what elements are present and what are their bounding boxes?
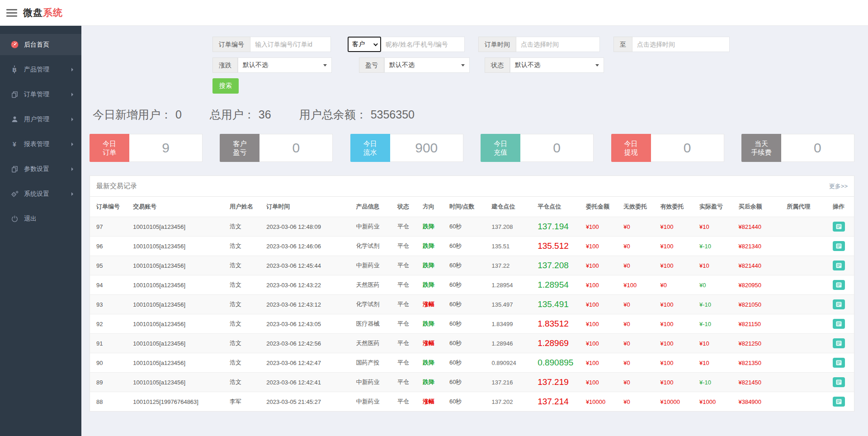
cell-open-point: 1.83499 bbox=[485, 314, 531, 334]
cell-open-point: 137.22 bbox=[485, 256, 531, 275]
column-header: 平仓点位 bbox=[531, 197, 580, 217]
sidebar-item-system[interactable]: 系统设置 bbox=[0, 183, 81, 204]
cell-username: 浩文 bbox=[223, 373, 260, 392]
stat-card-value: 9 bbox=[129, 134, 203, 162]
cell-status: 平仓 bbox=[391, 392, 416, 412]
logo-text-primary: 微盘 bbox=[23, 7, 43, 18]
cell-actual-pnl: ¥10 bbox=[693, 217, 732, 237]
cell-account: 10010105[a123456] bbox=[127, 295, 223, 314]
svg-text:B: B bbox=[12, 66, 17, 73]
stat-card-today-deposit: 今日充值 0 bbox=[481, 134, 594, 162]
cell-order-id: 94 bbox=[90, 275, 127, 295]
time-to-input[interactable] bbox=[632, 37, 730, 52]
cell-agent bbox=[780, 353, 826, 373]
column-header: 时间/点数 bbox=[443, 197, 486, 217]
cell-actual-pnl: ¥1000 bbox=[693, 392, 732, 412]
column-header: 实际盈亏 bbox=[693, 197, 732, 217]
sidebar-item-orders[interactable]: 订单管理 bbox=[0, 84, 81, 105]
caret-down-icon bbox=[595, 64, 599, 66]
column-header: 委托金额 bbox=[580, 197, 617, 217]
stat-card-label: 当天手续费 bbox=[741, 134, 781, 162]
cell-valid-amount: ¥100 bbox=[654, 353, 693, 373]
cell-account: 10010105[a123456] bbox=[127, 256, 223, 275]
cell-open-point: 137.202 bbox=[485, 392, 531, 412]
cell-invalid-amount: ¥0 bbox=[617, 334, 654, 353]
order-detail-button[interactable] bbox=[833, 397, 845, 407]
cell-period: 60秒 bbox=[443, 217, 486, 237]
order-no-input[interactable] bbox=[250, 37, 331, 52]
order-detail-button[interactable] bbox=[833, 338, 845, 348]
stat-cards: 今日订单 9 客户盈亏 0 今日流水 900 今日充值 0 今日提现 0 当天手… bbox=[90, 134, 854, 162]
sidebar-item-params[interactable]: 参数设置 bbox=[0, 158, 81, 180]
customer-type-select[interactable]: 客户 bbox=[348, 37, 381, 52]
profit-select[interactable]: 默认不选 bbox=[384, 57, 470, 73]
cell-action bbox=[826, 256, 854, 275]
cell-agent bbox=[780, 295, 826, 314]
sidebar-item-logout[interactable]: 退出 bbox=[0, 208, 81, 229]
stat-card-today-flow: 今日流水 900 bbox=[350, 134, 463, 162]
copy-icon bbox=[10, 91, 19, 98]
sidebar-item-label: 用户管理 bbox=[24, 115, 71, 123]
column-header: 操作 bbox=[826, 197, 854, 217]
search-button[interactable]: 搜索 bbox=[212, 78, 239, 94]
cell-order-time: 2023-03-06 12:45:44 bbox=[260, 256, 349, 275]
cell-close-point: 137.214 bbox=[531, 392, 580, 412]
sidebar-item-label: 订单管理 bbox=[24, 90, 71, 99]
cell-amount: ¥100 bbox=[580, 373, 617, 392]
order-detail-button[interactable] bbox=[833, 222, 845, 232]
sidebar-item-products[interactable]: B 产品管理 bbox=[0, 59, 81, 80]
order-detail-button[interactable] bbox=[833, 358, 845, 368]
table-row: 8910010105[a123456]浩文2023-03-06 12:42:41… bbox=[90, 373, 854, 392]
stat-card-value: 0 bbox=[259, 134, 333, 162]
cell-direction: 跌降 bbox=[416, 237, 443, 256]
sidebar-item-dashboard[interactable]: 后台首页 bbox=[0, 34, 81, 55]
sidebar-item-users[interactable]: 用户管理 bbox=[0, 109, 81, 130]
cell-order-time: 2023-03-06 12:43:22 bbox=[260, 275, 349, 295]
chevron-right-icon bbox=[71, 93, 73, 96]
cell-close-point: 1.28954 bbox=[531, 275, 580, 295]
cell-close-point: 0.890895 bbox=[531, 353, 580, 373]
sidebar-item-reports[interactable]: ¥ 报表管理 bbox=[0, 133, 81, 155]
cell-balance-after: ¥821250 bbox=[732, 334, 780, 353]
cell-order-id: 91 bbox=[90, 334, 127, 353]
cell-product: 天然医药 bbox=[350, 334, 392, 353]
cell-order-time: 2023-03-06 12:43:05 bbox=[260, 314, 349, 334]
more-link[interactable]: 更多>> bbox=[829, 182, 848, 190]
customer-input[interactable] bbox=[381, 37, 465, 52]
order-detail-button[interactable] bbox=[833, 280, 845, 290]
user-icon bbox=[10, 116, 19, 123]
cell-action bbox=[826, 373, 854, 392]
cell-username: 浩文 bbox=[223, 275, 260, 295]
order-detail-button[interactable] bbox=[833, 377, 845, 387]
stat-total-users: 总用户：36 bbox=[210, 108, 271, 121]
cell-balance-after: ¥821450 bbox=[732, 373, 780, 392]
status-select[interactable]: 默认不选 bbox=[510, 57, 604, 73]
column-header: 用户姓名 bbox=[223, 197, 260, 217]
updown-select[interactable]: 默认不选 bbox=[238, 57, 332, 73]
cell-product: 化学试剂 bbox=[350, 295, 392, 314]
cell-period: 60秒 bbox=[443, 256, 486, 275]
cell-product: 化学试剂 bbox=[350, 237, 392, 256]
order-detail-button[interactable] bbox=[833, 319, 845, 329]
order-detail-button[interactable] bbox=[833, 241, 845, 251]
cell-product: 中新药业 bbox=[350, 392, 392, 412]
updown-select-value: 默认不选 bbox=[243, 61, 268, 69]
list-icon bbox=[836, 341, 842, 346]
cell-close-point: 135.512 bbox=[531, 237, 580, 256]
stat-card-value: 0 bbox=[520, 134, 594, 162]
cell-username: 浩文 bbox=[223, 256, 260, 275]
cell-amount: ¥10000 bbox=[580, 392, 617, 412]
table-header-row: 订单编号交易账号用户姓名订单时间产品信息状态方向时间/点数建仓点位平仓点位委托金… bbox=[90, 197, 854, 217]
order-detail-button[interactable] bbox=[833, 261, 845, 270]
sidebar-item-label: 系统设置 bbox=[24, 190, 71, 198]
table-row: 9310010105[a123456]浩文2023-03-06 12:43:12… bbox=[90, 295, 854, 314]
updown-label: 涨跌 bbox=[212, 57, 238, 73]
order-detail-button[interactable] bbox=[833, 299, 845, 309]
menu-toggle-icon[interactable] bbox=[6, 7, 17, 19]
list-icon bbox=[836, 282, 842, 288]
time-from-input[interactable] bbox=[516, 37, 600, 52]
stat-new-users: 今日新增用户：0 bbox=[93, 108, 182, 121]
search-filters: 订单编号 客户 订单时间 至 涨跌 默认不选 bbox=[212, 37, 854, 94]
cell-balance-after: ¥821050 bbox=[732, 295, 780, 314]
cell-amount: ¥100 bbox=[580, 256, 617, 275]
